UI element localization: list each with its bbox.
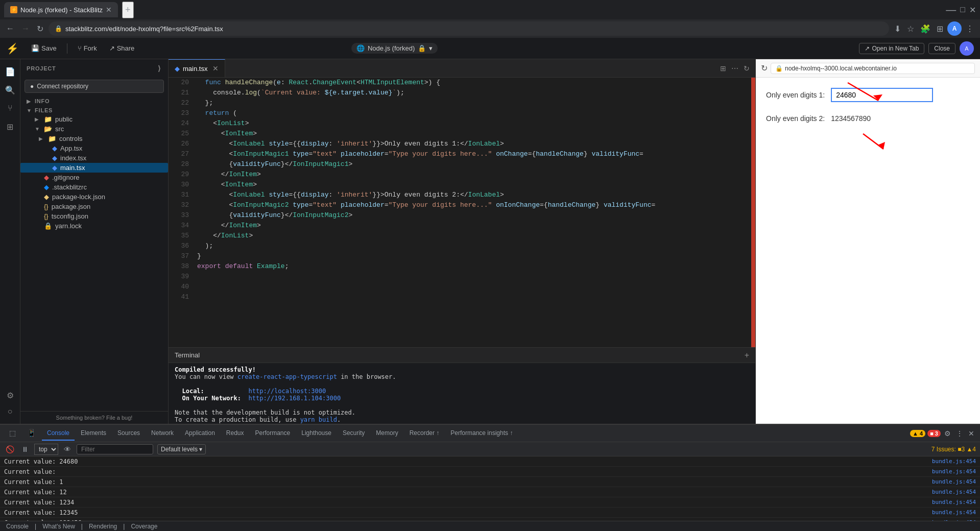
console-source[interactable]: bundle.js:454 xyxy=(928,458,976,465)
download-icon[interactable]: ⬇ xyxy=(892,22,903,36)
forward-button[interactable]: → xyxy=(19,22,32,35)
files-label[interactable]: ▼ FILES xyxy=(20,106,168,114)
info-label[interactable]: ▶ INFO xyxy=(20,97,168,105)
console-source[interactable]: bundle.js:454 xyxy=(928,478,976,485)
code-line: <IonInputMagic2 type="text" placeholder=… xyxy=(197,200,747,210)
collapse-panel-icon[interactable]: ⟩ xyxy=(157,63,162,74)
console-source[interactable]: bundle.js:454 xyxy=(928,489,976,495)
devtools-tab-recorder[interactable]: Recorder ↑ xyxy=(404,426,445,441)
console-filter[interactable] xyxy=(77,444,153,454)
sidebar-icon-extensions[interactable]: ⊞ xyxy=(2,118,18,135)
menu-icon[interactable]: ⋮ xyxy=(964,22,976,36)
file-app-tsx[interactable]: ▶ ◆ App.tsx xyxy=(20,143,168,153)
file-tsconfig[interactable]: ▶ {} tsconfig.json xyxy=(20,211,168,221)
browser-tab[interactable]: ⚡ Node.js (forked) - StackBlitz ✕ xyxy=(4,2,118,17)
sidebar-icon-search[interactable]: 🔍 xyxy=(2,82,18,98)
devtools-close-button[interactable]: ✕ xyxy=(967,428,976,439)
coverage-tab[interactable]: Coverage xyxy=(129,522,159,531)
user-avatar[interactable]: A xyxy=(960,41,974,56)
devtools-tab-application[interactable]: Application xyxy=(180,426,220,441)
devtools-header: ⬚ 📱 Console Elements Sources Network App… xyxy=(0,425,980,442)
devtools-tab-elements[interactable]: Elements xyxy=(76,426,111,441)
devtools-settings-button[interactable]: ⚙ xyxy=(943,428,952,439)
devtools-tab-console[interactable]: Console xyxy=(42,426,75,441)
whats-new-tab[interactable]: What's New xyxy=(40,522,77,531)
devtools-tab-security[interactable]: Security xyxy=(338,426,370,441)
sidebar-icon-files[interactable]: 📄 xyxy=(2,63,18,80)
bookmark-icon[interactable]: ☆ xyxy=(905,22,916,36)
sidebar-icon-settings[interactable]: ⚙ xyxy=(2,387,18,403)
devtools-tab-performance-insights[interactable]: Performance insights ↑ xyxy=(445,426,518,441)
sidebar-icons: 📄 🔍 ⑂ ⊞ ⚙ ○ xyxy=(0,59,20,424)
devtools-tab-sources[interactable]: Sources xyxy=(112,426,145,441)
console-tab-bottom[interactable]: Console xyxy=(4,522,31,531)
console-source[interactable]: bundle.js:454 xyxy=(928,468,976,475)
minimize-button[interactable]: — xyxy=(946,4,956,16)
devtools-tab-performance[interactable]: Performance xyxy=(250,426,296,441)
terminal-line xyxy=(175,402,749,409)
maximize-button[interactable]: □ xyxy=(960,5,965,14)
new-tab-button[interactable]: + xyxy=(122,2,134,18)
sidebar-icon-git[interactable]: ⑂ xyxy=(2,100,18,116)
pause-icon[interactable]: ⏸ xyxy=(20,444,30,455)
eye-icon[interactable]: 👁 xyxy=(62,444,73,455)
app-logo: ⚡ xyxy=(6,42,19,55)
profile-icon[interactable]: ⊞ xyxy=(935,22,945,36)
fork-button[interactable]: ⑂ Fork xyxy=(74,42,101,54)
split-editor-icon[interactable]: ⊞ xyxy=(719,63,728,74)
close-preview-button[interactable]: Close xyxy=(928,43,955,54)
editor-tab-main[interactable]: ◆ main.tsx ✕ xyxy=(169,59,225,77)
folder-src[interactable]: ▼ 📂 src xyxy=(20,124,168,134)
reload-button[interactable]: ↻ xyxy=(35,22,45,36)
back-button[interactable]: ← xyxy=(4,22,16,35)
file-package-lock[interactable]: ▶ ◆ package-lock.json xyxy=(20,192,168,202)
field1-input[interactable] xyxy=(831,88,933,102)
devtools-tab-memory[interactable]: Memory xyxy=(371,426,403,441)
address-bar[interactable]: 🔒 xyxy=(49,21,889,36)
file-main-tsx[interactable]: ▶ ◆ main.tsx xyxy=(20,163,168,173)
file-gitignore[interactable]: ▶ ◆ .gitignore xyxy=(20,173,168,182)
folder-controls[interactable]: ▶ 📁 controls xyxy=(20,134,168,143)
editor-tab-actions: ⊞ ⋯ ↻ xyxy=(719,63,755,74)
file-stackblitzrc[interactable]: ▶ ◆ .stackblitzrc xyxy=(20,182,168,192)
preview-url: 🔒 node-hxolmq--3000.local.webcontainer.i… xyxy=(771,63,975,74)
clear-console-icon[interactable]: 🚫 xyxy=(4,444,16,455)
console-source[interactable]: bundle.js:454 xyxy=(928,499,976,505)
address-input[interactable] xyxy=(65,25,883,33)
console-text: Current value: 12 xyxy=(4,489,928,496)
terminal-line: Note that the development build is not o… xyxy=(175,409,749,416)
default-levels-button[interactable]: Default levels ▾ xyxy=(157,444,206,454)
code-content[interactable]: func handleChange(e: React.ChangeEvent<H… xyxy=(193,78,751,347)
refresh-icon[interactable]: ↻ xyxy=(742,63,751,74)
code-line: } xyxy=(197,251,747,261)
devtools-more-button[interactable]: ⋮ xyxy=(954,428,965,439)
preview-reload-button[interactable]: ↻ xyxy=(761,63,768,73)
console-source[interactable]: bundle.js:454 xyxy=(928,509,976,516)
devtools-icon-device[interactable]: 📱 xyxy=(22,426,41,441)
file-package-json[interactable]: ▶ {} package.json xyxy=(20,202,168,211)
devtools-tab-network[interactable]: Network xyxy=(146,426,179,441)
context-selector[interactable]: top xyxy=(34,444,58,455)
close-tab-button[interactable]: ✕ xyxy=(106,6,112,14)
open-new-tab-button[interactable]: ↗ Open in New Tab xyxy=(859,43,924,54)
file-yarn-lock[interactable]: ▶ 🔒 yarn.lock xyxy=(20,221,168,231)
share-button[interactable]: ↗ Share xyxy=(105,42,139,54)
folder-public[interactable]: ▶ 📁 public xyxy=(20,114,168,124)
save-button[interactable]: 💾 Save xyxy=(27,42,61,54)
compiled-success: Compiled successfully! xyxy=(175,366,749,373)
devtools-tab-redux[interactable]: Redux xyxy=(221,426,249,441)
sidebar-icon-person[interactable]: ○ xyxy=(2,403,18,420)
rendering-tab[interactable]: Rendering xyxy=(87,522,119,531)
file-index-tsx[interactable]: ▶ ◆ index.tsx xyxy=(20,153,168,163)
close-window-button[interactable]: ✕ xyxy=(969,5,976,15)
devtools-actions: ▲ 4 ■ 3 ⚙ ⋮ ✕ xyxy=(910,428,976,439)
devtools-icon-inspect[interactable]: ⬚ xyxy=(4,426,21,441)
connect-repo-button[interactable]: ● Connect repository xyxy=(25,80,164,93)
more-options-icon[interactable]: ⋯ xyxy=(730,63,740,74)
terminal-add-button[interactable]: + xyxy=(745,351,749,360)
user-profile[interactable]: A xyxy=(947,21,962,36)
close-tab-icon[interactable]: ✕ xyxy=(212,64,219,73)
dropdown-icon[interactable]: ▾ xyxy=(429,44,433,52)
extensions-icon[interactable]: 🧩 xyxy=(918,22,933,36)
devtools-tab-lighthouse[interactable]: Lighthouse xyxy=(296,426,337,441)
